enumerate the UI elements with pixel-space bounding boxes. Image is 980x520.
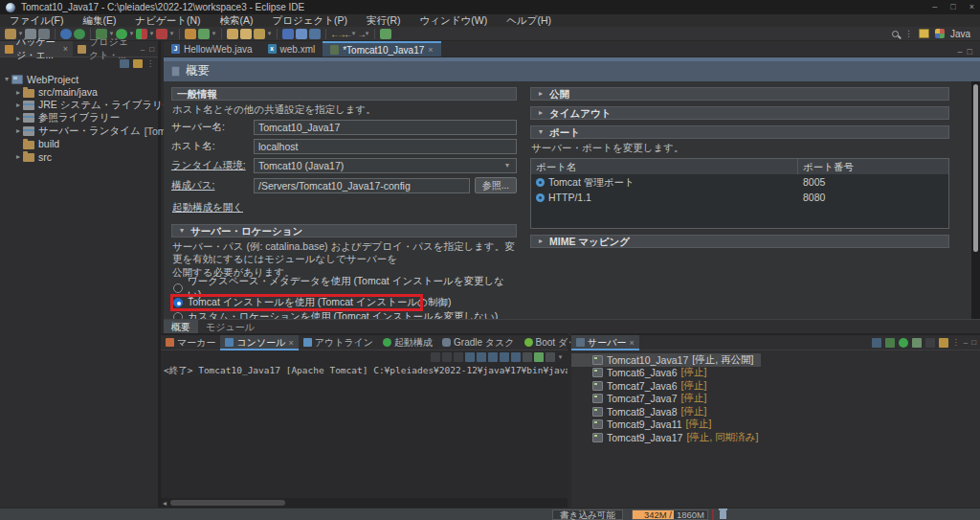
collapse-icon[interactable]: ▸	[13, 152, 23, 161]
editor-maximize-icon[interactable]: □	[968, 47, 972, 57]
display-selected-console-icon[interactable]	[534, 352, 544, 362]
tab-project-explorer[interactable]: プロジェクト・...	[73, 41, 141, 57]
list-item[interactable]: Tomcat10_Java17 [停止, 再公開]	[571, 353, 761, 367]
publish-section-header[interactable]: ▸ 公開	[530, 87, 949, 101]
scrollbar-thumb[interactable]	[973, 84, 978, 252]
debug-server-icon[interactable]	[885, 338, 895, 348]
menu-help[interactable]: ヘルプ(H)	[497, 14, 561, 27]
tab-modules-page[interactable]: モジュール	[198, 320, 262, 334]
tab-servers[interactable]: サーバー ×	[571, 335, 639, 350]
menu-project[interactable]: プロジェクト(P)	[262, 14, 356, 27]
editor-minimize-icon[interactable]: –	[958, 47, 963, 57]
view-menu-icon[interactable]: ⋮	[146, 59, 154, 68]
new-java-project-icon[interactable]	[185, 29, 196, 39]
forward-history-dropdown-icon[interactable]: ▾	[364, 30, 370, 37]
editor-vertical-scrollbar[interactable]	[971, 81, 980, 319]
host-name-field[interactable]: localhost	[254, 139, 517, 154]
collapse-icon[interactable]: ▸	[13, 88, 23, 97]
tab-launch-config[interactable]: 起動構成	[378, 335, 437, 350]
back-history-dropdown-icon[interactable]: ▾	[350, 30, 357, 37]
tab-close-icon[interactable]: ×	[288, 338, 293, 348]
java-perspective-label[interactable]: Java	[950, 29, 970, 39]
tree-item-jre-library[interactable]: ▸ JRE システム・ライブラリー [JavaSE-17]	[0, 99, 158, 112]
garbage-collect-icon[interactable]	[720, 510, 726, 519]
radio-icon[interactable]	[173, 312, 183, 319]
new-wizard-icon[interactable]	[5, 29, 16, 39]
word-wrap-icon[interactable]	[488, 352, 498, 362]
scrollbar-thumb[interactable]	[170, 500, 285, 506]
config-path-field[interactable]: /Servers/Tomcat10_Java17-config	[254, 178, 470, 193]
tab-markers[interactable]: マーカー	[161, 335, 220, 350]
tab-gradle-tasks[interactable]: Gradle タスク	[437, 335, 520, 350]
menu-edit[interactable]: 編集(E)	[73, 14, 125, 27]
tab-web-xml[interactable]: x web.xml	[260, 41, 323, 57]
server-name-field[interactable]: Tomcat10_Java17	[254, 120, 517, 135]
new-class-icon[interactable]	[198, 29, 210, 39]
tree-item-src[interactable]: ▸ src	[0, 150, 158, 164]
list-item[interactable]: Tomcat6_Java6 [停止]	[571, 367, 980, 380]
tab-hellowweb-java[interactable]: J HellowWeb.java	[164, 41, 260, 57]
window-minimize-button[interactable]: –	[932, 0, 937, 14]
port-name-column-header[interactable]: ポート名	[531, 159, 798, 174]
coverage-dropdown-icon[interactable]: ▾	[148, 30, 155, 37]
menu-search[interactable]: 検索(A)	[210, 14, 262, 27]
open-perspective-icon[interactable]	[919, 29, 929, 38]
collapse-icon[interactable]: ▸	[13, 114, 23, 123]
radio-selected-icon[interactable]	[173, 298, 183, 307]
publish-server-icon[interactable]	[939, 338, 948, 348]
profile-server-icon[interactable]	[912, 338, 922, 348]
runtime-link-label[interactable]: ランタイム環境:	[171, 159, 254, 172]
port-number-column-header[interactable]: ポート番号	[798, 159, 948, 174]
menu-window[interactable]: ウィンドウ(W)	[411, 14, 498, 27]
servers-minimize-icon[interactable]: –	[964, 338, 968, 348]
radio-workspace-metadata[interactable]: ワークスペース・メタデータを使用 (Tomcat インストールを変更しない)	[173, 282, 517, 295]
runtime-combo[interactable]: Tomcat10 (Java17) ▾	[254, 158, 517, 173]
menu-file[interactable]: ファイル(F)	[0, 14, 73, 27]
last-edit-icon[interactable]: ←	[330, 29, 337, 39]
open-console-dropdown-icon[interactable]: ▾	[557, 353, 564, 361]
timeout-section-header[interactable]: ▸ タイムアウト	[530, 106, 949, 120]
tab-tomcat10-java17[interactable]: *Tomcat10_Java17 ×	[323, 41, 440, 57]
terminate-icon[interactable]	[431, 352, 440, 362]
tab-close-icon[interactable]: ×	[629, 338, 634, 348]
open-folder-icon[interactable]	[227, 29, 238, 39]
tree-item-src-main-java[interactable]: ▸ src/main/java	[0, 86, 158, 100]
remove-all-launches-icon[interactable]	[454, 352, 463, 362]
list-item[interactable]: Tomcat7_Java7 [停止]	[571, 393, 980, 406]
open-console-icon[interactable]	[546, 352, 555, 362]
tab-overview-page[interactable]: 概要	[164, 320, 198, 334]
tree-item-webproject[interactable]: ▾ WebProject	[0, 73, 158, 86]
general-section-header[interactable]: 一般情報	[171, 87, 517, 101]
open-launch-config-link[interactable]: 起動構成を開く	[172, 201, 243, 215]
tree-item-server-runtime[interactable]: ▸ サーバー・ランタイム [Tomcat10 (Java17)]	[0, 124, 158, 138]
tab-outline[interactable]: アウトライン	[299, 335, 378, 350]
java-perspective-icon[interactable]	[935, 29, 945, 38]
pin-console-icon[interactable]	[523, 352, 532, 362]
open-type-icon[interactable]	[282, 29, 294, 39]
remove-launch-icon[interactable]	[442, 352, 452, 362]
table-row[interactable]: Tomcat 管理ポート 8005	[531, 174, 948, 190]
tab-close-icon[interactable]: ×	[428, 45, 433, 55]
forward-history-icon[interactable]: →	[357, 29, 364, 39]
radio-tomcat-install[interactable]: Tomcat インストールを使用 (Tomcat インストールの制御)	[173, 296, 517, 309]
collapse-icon[interactable]: ▸	[13, 101, 23, 109]
collapse-all-icon[interactable]	[120, 59, 129, 68]
collapse-icon[interactable]: ▸	[13, 126, 23, 135]
new-class-dropdown-icon[interactable]: ▾	[211, 30, 217, 37]
external-tools-dropdown-icon[interactable]: ▾	[168, 30, 175, 37]
list-item[interactable]: Tomcat9_Java11 [停止]	[571, 418, 980, 432]
scroll-left-icon[interactable]: ◂	[161, 499, 168, 508]
explorer-minimize-icon[interactable]: –	[141, 45, 145, 54]
toolbar-overflow-icon[interactable]: ⋮	[904, 29, 913, 38]
tab-package-explorer[interactable]: パッケージ・エ... ×	[0, 41, 73, 57]
stop-server-icon[interactable]	[925, 338, 935, 348]
explorer-maximize-icon[interactable]: □	[149, 45, 154, 54]
last-perspective-icon[interactable]	[380, 29, 391, 39]
list-item[interactable]: Tomcat9_Java17 [停止, 同期済み]	[571, 431, 980, 444]
back-history-icon[interactable]: ←	[344, 29, 350, 39]
config-browse-button[interactable]: 参照...	[475, 177, 517, 193]
clear-console-icon[interactable]	[465, 352, 475, 362]
menu-run[interactable]: 実行(R)	[357, 14, 411, 27]
console-output-area[interactable]	[161, 377, 568, 498]
tomcat-start-icon[interactable]	[74, 29, 85, 39]
